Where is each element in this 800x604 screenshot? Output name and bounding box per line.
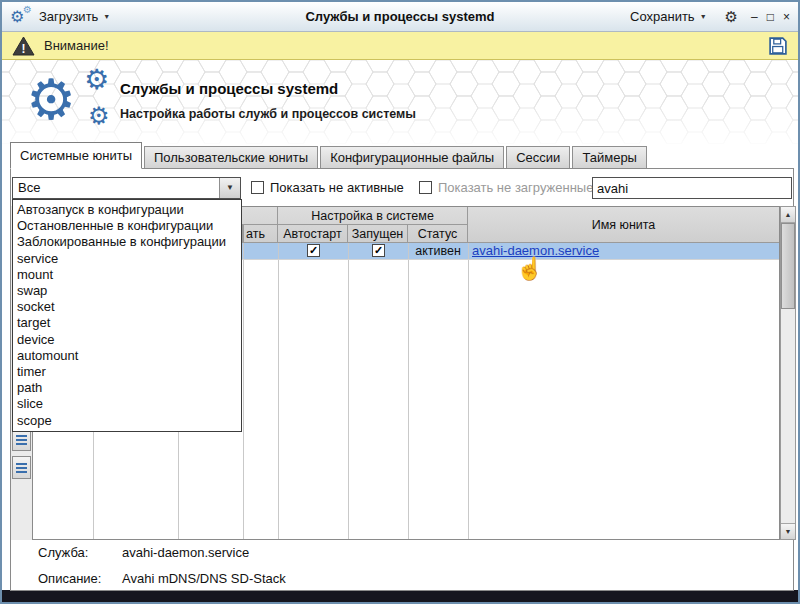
warning-bar: ! Внимание! (2, 32, 798, 60)
service-label: Служба: (38, 545, 88, 560)
module-title: Службы и процессы systemd (120, 80, 338, 97)
warning-triangle-icon: ! (12, 36, 35, 56)
minimize-button[interactable]: – (751, 11, 758, 23)
scroll-down-button[interactable]: ▼ (781, 523, 795, 539)
bottom-bar (2, 590, 798, 602)
gear-icon: ⚙ (88, 104, 110, 128)
dropdown-item[interactable]: device (13, 332, 241, 348)
app-gear-icon: ⚙ ⚙ (10, 9, 30, 25)
dropdown-item[interactable]: target (13, 315, 241, 331)
load-menu-label: Загрузить (39, 9, 98, 24)
save-menu-button[interactable]: Сохранить ▼ (625, 7, 712, 26)
show-inactive-checkbox[interactable] (251, 181, 264, 194)
titlebar: ⚙ ⚙ Загрузить ▼ Службы и процессы system… (2, 2, 798, 32)
header-unit-name[interactable]: Имя юнита (468, 207, 779, 243)
dropdown-item[interactable]: service (13, 251, 241, 267)
gear-small-icon: ⚙ (23, 5, 32, 15)
tab-bar: Системные юниты Пользовательские юниты К… (10, 144, 647, 169)
unit-type-dropdown-list: Автозапуск в конфигурации Остановленные … (12, 199, 242, 432)
tab-user-units[interactable]: Пользовательские юниты (144, 146, 318, 168)
list-view-button[interactable] (12, 456, 31, 479)
svg-text:!: ! (22, 41, 26, 55)
gear-icon: ⚙ (26, 72, 76, 128)
dropdown-item[interactable]: scope (13, 413, 241, 429)
tab-label: Таймеры (582, 150, 637, 165)
show-unloaded-label[interactable]: Показать не загруженные (438, 180, 593, 195)
dropdown-item[interactable]: socket (13, 299, 241, 315)
vertical-scrollbar[interactable]: ▲ ▼ (780, 206, 796, 540)
module-header: ⚙ ⚙ ⚙ Службы и процессы systemd Настройк… (2, 60, 798, 144)
tab-sessions[interactable]: Сессии (506, 146, 570, 168)
check-icon: ✓ (309, 245, 318, 256)
header-status[interactable]: Статус (408, 225, 468, 243)
cursor-hand-icon: ☝ (516, 258, 543, 280)
show-unloaded-filter: Показать не загруженные (419, 181, 593, 195)
header-group-system: Настройка в системе (278, 207, 468, 225)
tab-timers[interactable]: Таймеры (572, 146, 647, 168)
chevron-down-icon: ▼ (700, 13, 707, 20)
tab-label: Пользовательские юниты (154, 150, 308, 165)
dropdown-item[interactable]: Заблокированные в конфигурации (13, 234, 241, 250)
tab-config-files[interactable]: Конфигурационные файлы (320, 146, 504, 168)
header-autostart[interactable]: Автостарт (278, 225, 348, 243)
chevron-down-icon: ▼ (103, 13, 110, 20)
header-running[interactable]: Запущен (348, 225, 408, 243)
tab-label: Сессии (516, 150, 560, 165)
description-value: Avahi mDNS/DNS SD-Stack (122, 571, 286, 586)
header-partial[interactable]: ать (243, 225, 278, 243)
grid-line (468, 243, 469, 539)
app-window: ⚙ ⚙ Загрузить ▼ Службы и процессы system… (0, 0, 800, 604)
tab-label: Конфигурационные файлы (330, 150, 494, 165)
list-icon (16, 463, 27, 473)
show-inactive-filter: Показать не активные (251, 181, 404, 195)
grid-line (278, 243, 279, 539)
unit-type-combobox[interactable]: Все ▼ (12, 177, 241, 199)
maximize-button[interactable]: □ (767, 11, 774, 23)
module-subtitle: Настройка работы служб и процессов систе… (120, 107, 416, 121)
list-icon (16, 435, 27, 445)
unit-search-input[interactable] (592, 177, 792, 199)
grid-line (408, 243, 409, 539)
close-button[interactable]: × (783, 11, 790, 23)
check-icon: ✓ (374, 245, 383, 256)
dropdown-item[interactable]: swap (13, 283, 241, 299)
tab-label: Системные юниты (20, 148, 132, 163)
scrollbar-thumb[interactable] (781, 223, 795, 309)
tab-system-units[interactable]: Системные юниты (10, 142, 142, 169)
arrow-down-icon: ▼ (785, 528, 792, 535)
dropdown-item[interactable]: timer (13, 364, 241, 380)
grid-line (243, 243, 244, 539)
dropdown-item[interactable]: automount (13, 348, 241, 364)
settings-gear-icon[interactable]: ⚙ (725, 9, 738, 24)
show-inactive-label[interactable]: Показать не активные (270, 180, 404, 195)
window-title: Службы и процессы systemd (182, 9, 618, 24)
dropdown-item[interactable]: Автозапуск в конфигурации (13, 202, 241, 218)
warning-text: Внимание! (44, 38, 109, 53)
arrow-up-icon: ▲ (785, 211, 792, 218)
titlebar-right: Сохранить ▼ ⚙ – □ × (625, 7, 790, 26)
dropdown-item[interactable]: mount (13, 267, 241, 283)
save-floppy-icon[interactable] (768, 36, 788, 56)
chevron-down-icon: ▼ (226, 184, 234, 192)
running-checkbox[interactable]: ✓ (372, 244, 385, 257)
dropdown-item[interactable]: slice (13, 396, 241, 412)
autostart-checkbox[interactable]: ✓ (307, 244, 320, 257)
gear-icon: ⚙ (84, 66, 109, 94)
status-cell: активен (408, 243, 468, 259)
combobox-value: Все (18, 180, 40, 195)
load-menu-button[interactable]: Загрузить ▼ (34, 7, 115, 26)
window-controls: – □ × (751, 11, 790, 23)
dropdown-item[interactable]: path (13, 380, 241, 396)
gears-logo: ⚙ ⚙ ⚙ (22, 62, 126, 142)
service-value: avahi-daemon.service (122, 545, 249, 560)
grid-line (348, 243, 349, 539)
save-menu-label: Сохранить (630, 9, 695, 24)
dropdown-item[interactable]: Остановленные в конфигурации (13, 218, 241, 234)
scroll-up-button[interactable]: ▲ (781, 207, 795, 223)
combobox-dropdown-button[interactable]: ▼ (219, 178, 240, 198)
description-label: Описание: (38, 571, 101, 586)
show-unloaded-checkbox[interactable] (419, 181, 432, 194)
